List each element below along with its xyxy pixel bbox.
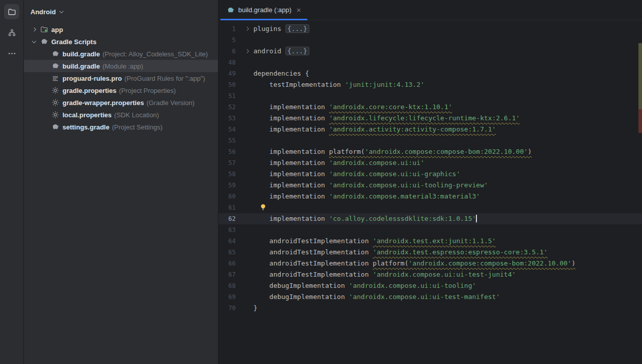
code-line[interactable]: 59 implementation 'androidx.compose.ui:u… <box>218 180 642 191</box>
code-line[interactable]: 57 implementation 'androidx.compose.ui:u… <box>218 157 642 169</box>
line-number: 54 <box>218 124 236 135</box>
code-line-content <box>252 90 253 102</box>
code-string: 'junit:junit:4.13.2' <box>345 81 425 88</box>
editor-gutter: 57 <box>218 157 252 169</box>
fold-column <box>236 135 252 146</box>
line-number: 65 <box>218 247 236 258</box>
chevron-down-icon[interactable] <box>30 36 38 48</box>
code-line[interactable]: 62 implementation 'co.alloy.codelesssdkl… <box>218 213 642 224</box>
fold-chevron-icon[interactable] <box>236 23 252 35</box>
fold-column <box>236 202 252 213</box>
code-line[interactable]: 65 androidTestImplementation 'androidx.t… <box>218 247 642 258</box>
fold-column <box>236 258 252 269</box>
editor-gutter: 49 <box>218 68 252 79</box>
code-line[interactable]: 54 implementation 'androidx.activity:act… <box>218 124 642 135</box>
fold-column <box>236 191 252 202</box>
tree-item-proguard-rules-pro[interactable]: proguard-rules.pro(ProGuard Rules for ":… <box>24 72 218 84</box>
chevron-spacer <box>41 48 49 60</box>
code-line[interactable]: 70} <box>218 303 642 314</box>
chevron-right-icon[interactable] <box>30 23 38 36</box>
code-text: implementation <box>253 103 329 111</box>
code-line-content: implementation 'androidx.activity:activi… <box>252 124 496 135</box>
code-line[interactable]: 64 androidTestImplementation 'androidx.t… <box>218 236 642 247</box>
editor-tab-build-gradle-app[interactable]: build.gradle (:app) × <box>220 0 307 20</box>
close-tab-icon[interactable]: × <box>297 6 301 14</box>
tree-item-gradle-properties[interactable]: gradle.properties(Project Properties) <box>24 84 218 96</box>
code-line[interactable]: 58 implementation 'androidx.compose.ui:u… <box>218 169 642 180</box>
code-line[interactable]: 68 debugImplementation 'androidx.compose… <box>218 280 642 291</box>
code-line[interactable]: 69 debugImplementation 'androidx.compose… <box>218 291 642 303</box>
line-number: 52 <box>218 102 236 113</box>
line-number: 50 <box>218 79 236 90</box>
tree-item-settings-gradle[interactable]: settings.gradle(Project Settings) <box>24 121 218 133</box>
tree-item-label: app <box>51 26 63 34</box>
fold-column <box>236 90 252 102</box>
code-line[interactable]: 55 <box>218 135 642 146</box>
line-number: 5 <box>218 35 236 46</box>
editor-gutter: 6 <box>218 46 252 57</box>
code-line[interactable]: 48 <box>218 57 642 68</box>
code-string: 'androidx.compose.ui:ui' <box>329 159 425 167</box>
code-text: implementation <box>253 114 329 122</box>
editor-gutter: 50 <box>218 79 252 90</box>
project-tool-window: Android appGradle Scriptsbuild.gradle(Pr… <box>24 0 218 364</box>
code-line[interactable]: 51 <box>218 90 642 102</box>
fold-column <box>236 68 252 79</box>
tree-item-gradle-wrapper-properties[interactable]: gradle-wrapper.properties(Gradle Version… <box>24 96 218 109</box>
code-string: 'androidx.compose:compose-bom:2022.10.00… <box>365 148 528 155</box>
code-line[interactable]: 6android {...} <box>218 46 642 57</box>
code-line-content: plugins {...} <box>252 23 309 35</box>
code-editor[interactable]: 1plugins {...}56android {...}4849depende… <box>218 20 642 364</box>
structure-button[interactable] <box>4 25 19 40</box>
tree-item-label: gradle.properties <box>62 87 116 94</box>
code-text: androidTestImplementation <box>253 271 373 278</box>
tree-item-label: build.gradle <box>62 50 100 58</box>
code-string: 'androidx.compose.ui:ui-test-manifest' <box>349 293 500 301</box>
project-view-selector[interactable]: Android <box>30 8 65 16</box>
editor-gutter: 65 <box>218 247 252 258</box>
code-line[interactable]: 63 <box>218 224 642 236</box>
editor-area: build.gradle (:app) × 1plugins {...}56an… <box>218 0 642 364</box>
tree-item-label: settings.gradle <box>62 123 109 131</box>
code-line[interactable]: 67 androidTestImplementation 'androidx.c… <box>218 269 642 280</box>
code-line[interactable]: 5 <box>218 35 642 46</box>
line-number: 6 <box>218 46 236 57</box>
project-folder-button[interactable] <box>4 4 19 19</box>
code-line[interactable]: 56 implementation platform('androidx.com… <box>218 146 642 157</box>
editor-gutter: 59 <box>218 180 252 191</box>
code-line[interactable]: 53 implementation 'androidx.lifecycle:li… <box>218 113 642 124</box>
editor-tab-title: build.gradle (:app) <box>238 6 292 14</box>
code-line[interactable]: 1plugins {...} <box>218 23 642 35</box>
fold-chevron-icon[interactable] <box>236 46 252 57</box>
fold-column <box>236 157 252 169</box>
fold-column <box>236 146 252 157</box>
fold-column <box>236 291 252 303</box>
code-text: androidTestImplementation <box>253 237 373 245</box>
code-line[interactable]: 61 <box>218 202 642 213</box>
code-line-content <box>252 202 267 213</box>
editor-tab-bar: build.gradle (:app) × <box>218 0 642 20</box>
line-number: 66 <box>218 258 236 269</box>
more-tool-windows-button[interactable] <box>4 46 19 61</box>
tree-item-build-gradle[interactable]: build.gradle(Project: Alloy_Codeless_SDK… <box>24 48 218 60</box>
code-line-content: androidTestImplementation 'androidx.comp… <box>252 269 516 280</box>
code-line[interactable]: 66 androidTestImplementation platform('a… <box>218 258 642 269</box>
line-number: 49 <box>218 68 236 79</box>
tree-item-app[interactable]: app <box>24 23 218 36</box>
tree-item-gradle-scripts[interactable]: Gradle Scripts <box>24 36 218 48</box>
code-line[interactable]: 50 testImplementation 'junit:junit:4.13.… <box>218 79 642 90</box>
line-number: 60 <box>218 191 236 202</box>
code-line[interactable]: 60 implementation 'androidx.compose.mate… <box>218 191 642 202</box>
chevron-spacer <box>41 72 49 84</box>
project-panel-header: Android <box>24 0 218 23</box>
tree-item-label: local.properties <box>62 111 112 119</box>
folded-region: {...} <box>285 24 309 33</box>
project-view-title: Android <box>30 8 56 16</box>
tree-item-build-gradle[interactable]: build.gradle(Module :app) <box>24 60 218 72</box>
code-line[interactable]: 52 implementation 'androidx.core:core-kt… <box>218 102 642 113</box>
code-text: androidTestImplementation <box>253 248 373 256</box>
intention-lightbulb-icon[interactable] <box>260 203 267 214</box>
tree-item-hint: (Module :app) <box>103 62 143 70</box>
code-line[interactable]: 49dependencies { <box>218 68 642 79</box>
tree-item-local-properties[interactable]: local.properties(SDK Location) <box>24 109 218 121</box>
